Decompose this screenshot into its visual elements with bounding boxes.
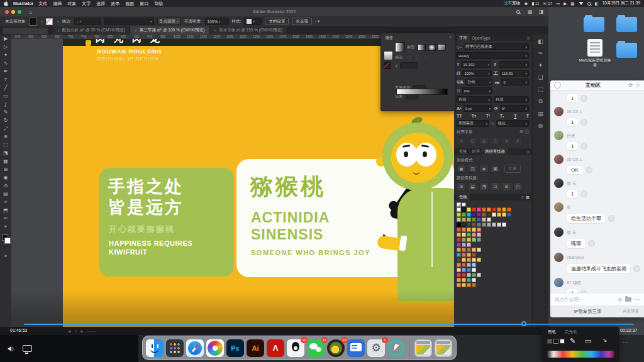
glyph-align-4[interactable]: ⏃ (491, 137, 500, 145)
tab-close-icon[interactable]: × (214, 28, 217, 33)
stroke-across-icon[interactable] (423, 54, 430, 60)
color-swatch[interactable] (482, 212, 486, 217)
close-window-button[interactable] (5, 10, 9, 14)
apple-menu-icon[interactable] (4, 1, 8, 6)
graph-tool[interactable]: ⌗ (0, 198, 11, 206)
pet-app-label[interactable]: 没有宠物 (504, 1, 520, 6)
color-swatch[interactable] (502, 212, 506, 217)
home-icon[interactable]: ⌂ (29, 9, 32, 15)
color-swatch[interactable] (457, 238, 461, 242)
history-panel-icon[interactable]: ▤ (538, 111, 543, 117)
control-bar-menu-icon[interactable]: ⌐▾ (315, 19, 320, 24)
color-swatch[interactable] (457, 222, 461, 227)
gradient-fill-stroke-proxy[interactable] (384, 51, 393, 69)
variable-width-profile[interactable]: ▾ (104, 18, 154, 25)
divide-button[interactable]: ⊞ (457, 182, 466, 190)
document-tab-1[interactable]: ×第三节课.ai* @ 100 % (CMYK/预览) (130, 26, 210, 35)
dock-icon-safari[interactable] (186, 339, 204, 357)
color-swatch[interactable] (492, 222, 496, 227)
gradient-angle-field[interactable] (400, 62, 418, 69)
annotation-tab-highlighter[interactable]: 荧光笔 (565, 329, 577, 335)
line-tool[interactable]: ╱ (0, 84, 11, 92)
scale-tool[interactable]: ⤢ (0, 124, 11, 133)
color-swatch[interactable] (462, 253, 466, 257)
color-swatch[interactable] (477, 207, 481, 212)
collapse-toolbar-arrows[interactable]: « (0, 252, 11, 260)
rotate-tool[interactable]: ↻ (0, 116, 11, 124)
linear-gradient-button[interactable] (418, 44, 426, 51)
color-swatch[interactable] (462, 233, 466, 237)
minimize-window-button[interactable] (11, 10, 15, 14)
message-bubble[interactable]: 1 (567, 190, 577, 198)
tab-character[interactable]: 字符 (457, 34, 470, 42)
free-transform-tool[interactable]: ⬚ (0, 141, 11, 149)
color-swatch[interactable] (467, 268, 471, 272)
character-panel-menu-icon[interactable]: ≡ (527, 36, 530, 40)
brush-definition[interactable]: 5 点圆形▾ (157, 18, 180, 25)
menu-item-2[interactable]: 对象 (67, 1, 76, 7)
all-caps-button[interactable]: TT (457, 114, 462, 118)
color-swatch[interactable] (467, 238, 471, 242)
proportional-spacing-field[interactable]: 0%▾ (462, 87, 492, 94)
subscript-button[interactable]: T₁ (500, 114, 504, 118)
direct-selection-tool[interactable]: ▷ (0, 43, 11, 51)
message-like-button[interactable] (588, 240, 595, 247)
dock-icon-system-settings[interactable]: 1 (367, 339, 385, 357)
color-swatch[interactable] (482, 207, 486, 212)
annotation-tab-brush[interactable]: 画笔 (548, 329, 556, 335)
color-swatch[interactable] (467, 263, 471, 267)
color-swatch[interactable] (462, 273, 466, 277)
color-swatch[interactable] (457, 212, 461, 217)
color-swatch[interactable] (492, 207, 496, 212)
kerning-field[interactable]: 自动▾ (465, 79, 493, 85)
pathfinder-menu-icon[interactable]: ≡ (527, 150, 530, 154)
color-spectrum-slider[interactable] (547, 351, 614, 358)
color-swatch[interactable] (472, 238, 476, 242)
color-swatch[interactable] (462, 278, 466, 282)
color-swatch[interactable] (462, 207, 466, 212)
dock-icon-color-wheel-browser[interactable] (206, 339, 224, 357)
frame-tool-icon[interactable]: ▭ (585, 337, 591, 345)
pen-tool[interactable]: ✒ (0, 67, 11, 75)
leading-field[interactable]: ▾ (499, 61, 529, 68)
color-swatch[interactable] (507, 207, 511, 212)
color-swatch[interactable] (467, 217, 471, 222)
chat-star-icon[interactable]: ☆ (636, 82, 640, 88)
aki-right-field[interactable]: 自动▾ (494, 96, 529, 103)
workspace-switcher-icon[interactable]: ◨ (538, 9, 543, 14)
color-swatch[interactable] (462, 243, 466, 247)
eyedropper-tool[interactable]: ◉ (0, 173, 11, 182)
stroke-color-swatch[interactable] (46, 18, 53, 25)
dock-icon-acrobat[interactable] (267, 339, 284, 357)
none-swatch[interactable] (457, 202, 461, 207)
color-swatch[interactable] (472, 217, 476, 222)
toolbar-fill-stroke-proxy[interactable] (2, 234, 9, 243)
anti-alias-field[interactable]: 锐化▾ (496, 120, 529, 127)
color-swatch[interactable] (497, 207, 501, 212)
tab-变换[interactable]: 变换 (457, 148, 470, 156)
chat-refresh-icon[interactable]: ⟳ (628, 82, 633, 88)
color-swatch[interactable] (462, 268, 466, 272)
tracking-field[interactable]: 0▾ (501, 79, 529, 85)
color-swatch[interactable] (457, 268, 461, 272)
menu-item-3[interactable]: 文字 (82, 1, 91, 7)
character-rotation-field[interactable]: 0°▾ (500, 105, 529, 112)
freeform-gradient-button[interactable] (438, 44, 446, 51)
style-swatch[interactable]: ▾ (244, 18, 262, 25)
color-swatch[interactable] (457, 273, 461, 277)
message-bubble[interactable]: 1 (567, 94, 577, 102)
swatches-list-view-icon[interactable]: ≡ (521, 195, 524, 199)
display-share-icon[interactable] (23, 345, 32, 352)
color-swatch[interactable] (472, 258, 476, 262)
color-swatch[interactable] (462, 258, 466, 262)
gradient-slider[interactable] (396, 89, 448, 95)
color-swatch[interactable] (457, 258, 461, 262)
color-swatch[interactable] (472, 268, 476, 272)
color-swatch[interactable] (467, 258, 471, 262)
minus-back-button[interactable]: ◰ (513, 182, 523, 190)
message-like-button[interactable] (580, 143, 587, 150)
dock-icon-qq[interactable]: 10 (287, 339, 304, 357)
exclude-button[interactable]: ▣ (491, 165, 500, 173)
stroke-weight-field[interactable]: ◦▾ (74, 18, 101, 25)
color-swatch[interactable] (462, 217, 466, 222)
